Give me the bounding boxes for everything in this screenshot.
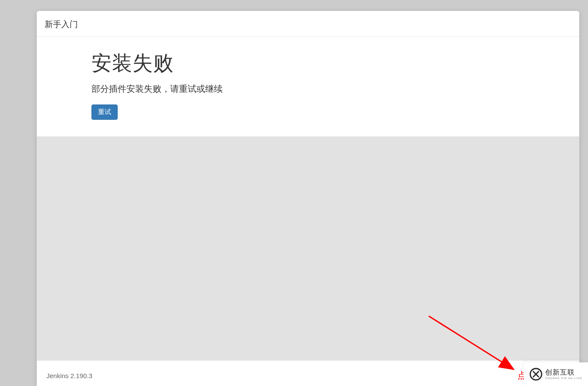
dialog-title: 新手入门 bbox=[45, 19, 571, 30]
watermark-cn: 创新互联 bbox=[545, 369, 582, 376]
dialog-header: 新手入门 bbox=[37, 11, 579, 37]
watermark-logo-icon bbox=[529, 368, 542, 381]
install-failed-heading: 安装失败 bbox=[91, 50, 525, 77]
install-failed-message: 部分插件安装失败，请重试或继续 bbox=[91, 83, 525, 95]
dialog-footer: Jenkins 2.190.3 点击继续 继 bbox=[37, 360, 579, 386]
dialog-body: 安装失败 部分插件安装失败，请重试或继续 重试 bbox=[37, 37, 579, 137]
dialog-content-area bbox=[37, 137, 579, 360]
setup-dialog: 新手入门 安装失败 部分插件安装失败，请重试或继续 重试 Jenkins 2.1… bbox=[37, 11, 579, 386]
jenkins-version: Jenkins 2.190.3 bbox=[46, 372, 92, 379]
watermark-en: CHUANG XIN HU LIAN bbox=[545, 377, 582, 379]
retry-button[interactable]: 重试 bbox=[91, 104, 118, 120]
watermark-text: 创新互联 CHUANG XIN HU LIAN bbox=[545, 369, 582, 379]
watermark: 创新互联 CHUANG XIN HU LIAN bbox=[524, 362, 588, 386]
